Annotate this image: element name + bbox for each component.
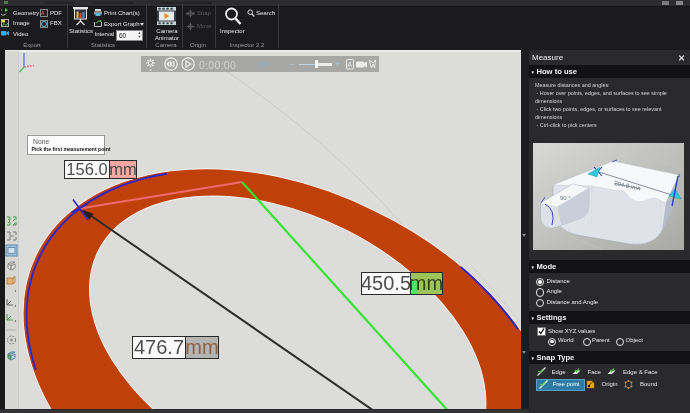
svg-text:A: A [41, 10, 45, 16]
svg-text:A: A [348, 61, 353, 68]
svg-text:90 °: 90 ° [560, 195, 571, 201]
